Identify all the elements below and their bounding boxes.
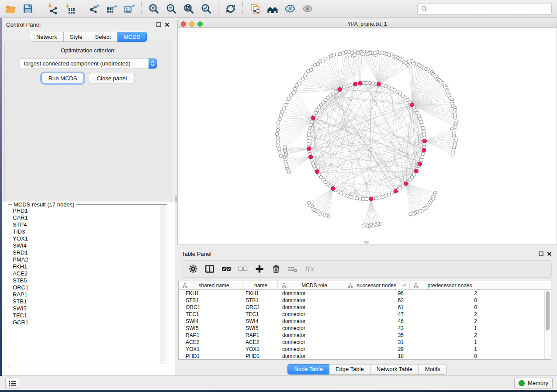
network-canvas[interactable] [178, 28, 557, 244]
table-row[interactable]: PHD1PHD1dominator180 [179, 353, 551, 360]
table-row[interactable]: SWI4SWI4dominator462 [179, 318, 551, 325]
import-table-button[interactable] [61, 1, 79, 17]
column-header-successor-nodes[interactable]: successor nodes [344, 281, 410, 289]
network-graph[interactable] [178, 28, 557, 244]
mcds-node-item[interactable]: TEC1 [9, 312, 159, 319]
column-header-mcds-role[interactable]: MCDS role [278, 281, 344, 289]
zoom-selected-button[interactable] [197, 1, 215, 17]
table-scrollbar[interactable] [544, 290, 550, 359]
column-header-predecessor-nodes[interactable]: predecessor nodes [410, 281, 483, 289]
tab-node-table[interactable]: Node Table [287, 364, 329, 375]
table-row[interactable]: TEC1TEC1connector472 [179, 311, 551, 318]
close-panel-icon[interactable] [547, 251, 552, 256]
memory-button[interactable]: Memory [514, 378, 553, 389]
show-all-icon [302, 3, 313, 14]
open-file-button[interactable] [2, 1, 19, 17]
new-network-from-selection-button[interactable] [246, 1, 264, 17]
cell: FKH1 [242, 290, 278, 297]
export-image-button[interactable] [121, 1, 138, 17]
column-layout-button[interactable] [201, 261, 218, 276]
column-header-name[interactable]: name [242, 281, 278, 289]
first-neighbors-button[interactable] [264, 1, 281, 17]
cell: 46 [344, 318, 410, 325]
network-scroll-thumb[interactable] [364, 241, 369, 244]
import-network-icon [47, 3, 58, 14]
zoom-in-button[interactable] [145, 1, 163, 17]
show-all-button[interactable] [299, 1, 316, 17]
mcds-node-item[interactable]: FKH1 [9, 263, 159, 270]
refresh-view-button[interactable] [222, 1, 239, 17]
cell: PHD1 [179, 353, 242, 360]
tab-motifs[interactable]: Motifs [419, 364, 447, 375]
mcds-node-item[interactable]: SRD1 [9, 249, 159, 256]
table-row[interactable]: STB1STB1dominator620 [179, 297, 551, 304]
cytoscape-window: Control Panel NetworkStyleSelectMCDS Opt… [0, 0, 557, 390]
run-mcds-button[interactable]: Run MCDS [42, 73, 84, 83]
export-table-icon [106, 3, 118, 14]
close-panel-button[interactable]: Close panel [89, 73, 135, 83]
hide-selection-button[interactable] [281, 1, 299, 17]
add-button[interactable] [251, 261, 268, 276]
export-network-button[interactable] [86, 1, 103, 17]
table-row[interactable]: RAP1RAP1dominator352 [179, 332, 551, 339]
splitter-handle[interactable] [175, 196, 177, 203]
mcds-list-scrollbar[interactable] [160, 205, 166, 364]
column-header-shared-name[interactable]: shared name [179, 281, 242, 289]
cell: dominator [278, 332, 344, 339]
mcds-node-item[interactable]: RAP1 [9, 291, 159, 298]
cell: 43 [344, 325, 410, 332]
tab-network[interactable]: Network [30, 32, 64, 42]
table-row[interactable]: ACE2ACE2connector311 [179, 339, 551, 346]
mcds-node-item[interactable]: PMA2 [9, 256, 159, 263]
cell: 1 [410, 346, 483, 353]
tab-mcds[interactable]: MCDS [118, 32, 147, 42]
search-input[interactable] [430, 5, 548, 13]
table-row[interactable]: FKH1FKH1dominator962 [179, 290, 551, 297]
zoom-in-icon [148, 3, 159, 14]
desktop-wallpaper-strip [0, 18, 2, 376]
mcds-node-item[interactable]: ORC1 [9, 284, 159, 291]
table-row[interactable]: SWI5SWI5connector431 [179, 325, 551, 332]
mcds-node-item[interactable]: STP4 [9, 221, 159, 228]
table-scrollbar-thumb[interactable] [546, 291, 550, 330]
zoom-fit-button[interactable] [180, 1, 197, 17]
mcds-node-item[interactable]: YOX1 [9, 235, 159, 242]
mcds-node-item[interactable]: TID3 [9, 228, 159, 235]
mcds-node-item[interactable]: CAR1 [9, 214, 159, 221]
settings-button[interactable] [185, 261, 201, 276]
mcds-node-item[interactable]: SWI4 [9, 242, 159, 249]
settings-icon [188, 264, 198, 274]
float-panel-icon[interactable] [156, 22, 161, 27]
cell: 2 [410, 290, 483, 297]
mcds-node-item[interactable]: STB5 [9, 277, 159, 284]
first-neighbors-icon [267, 3, 278, 14]
tab-network-table[interactable]: Network Table [370, 364, 419, 375]
table-row[interactable]: ORC1ORC1dominator610 [179, 304, 551, 311]
cell: dominator [278, 318, 344, 325]
zoom-out-button[interactable] [163, 1, 180, 17]
import-network-button[interactable] [44, 1, 61, 17]
mcds-result-list[interactable]: PHD1CAR1STP4TID3YOX1SWI4SRD1PMA2FKH1ACE2… [9, 207, 159, 364]
tab-style[interactable]: Style [64, 32, 89, 42]
float-panel-icon[interactable] [539, 251, 543, 256]
task-history-button[interactable] [5, 378, 19, 389]
cell: 29 [344, 346, 410, 353]
mcds-node-item[interactable]: GCR1 [9, 319, 159, 326]
tab-select[interactable]: Select [89, 32, 118, 42]
search-box[interactable] [417, 3, 552, 15]
control-panel-title: Control Panel [6, 21, 41, 28]
cell: 62 [344, 297, 410, 304]
deselect-all-button[interactable] [235, 261, 251, 276]
optimization-criterion-select[interactable]: largest connected component (undirected) [20, 58, 157, 69]
mcds-node-item[interactable]: PHD1 [9, 207, 159, 214]
tab-edge-table[interactable]: Edge Table [329, 364, 370, 375]
mcds-node-item[interactable]: ACE2 [9, 270, 159, 277]
select-all-button[interactable] [218, 261, 235, 276]
export-table-button[interactable] [103, 1, 121, 17]
close-panel-icon[interactable] [165, 22, 170, 27]
mcds-node-item[interactable]: SWI5 [9, 305, 159, 312]
save-session-button[interactable] [19, 1, 37, 17]
table-row[interactable]: YOX1YOX1connector291 [179, 346, 551, 353]
delete-button[interactable] [268, 261, 284, 276]
mcds-node-item[interactable]: STB1 [9, 298, 159, 305]
